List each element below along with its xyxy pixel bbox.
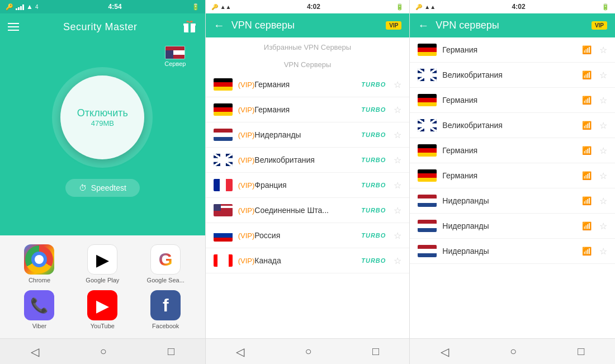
flag-france-1: [214, 179, 233, 191]
disconnect-button[interactable]: Отключить 479MB: [60, 75, 144, 159]
viber-icon-container: 📞: [24, 290, 54, 320]
star-icon-1[interactable]: ☆: [394, 79, 401, 90]
recents-nav-button-1[interactable]: □: [157, 341, 186, 362]
vpn-list-3[interactable]: Германия 📶 ☆ Великобритания 📶 ☆ Германия…: [410, 37, 615, 338]
flag-gb-2: [418, 119, 437, 131]
turbo-badge-4: TURBO: [361, 157, 386, 163]
p3-country-6: Германия: [442, 171, 576, 180]
home-nav-button-2[interactable]: ○: [294, 341, 323, 362]
flag-uk-h: [214, 158, 233, 162]
home-nav-button-1[interactable]: ○: [89, 341, 118, 362]
app-item-facebook[interactable]: f Facebook: [138, 290, 194, 329]
back-nav-button-1[interactable]: ◁: [20, 341, 50, 363]
app-item-viber[interactable]: 📞 Viber: [11, 290, 68, 329]
favorites-header: Избранные VPN Серверы: [206, 37, 410, 55]
list-item[interactable]: Германия 📶 ☆: [410, 163, 615, 188]
vip-badge-3: VIP: [592, 21, 607, 30]
star-p3-1[interactable]: ☆: [599, 45, 607, 55]
star-p3-3[interactable]: ☆: [599, 95, 607, 106]
menu-button[interactable]: [8, 23, 19, 31]
star-p3-9[interactable]: ☆: [599, 246, 607, 257]
list-item[interactable]: (VIP)Россия TURBO ☆: [206, 223, 410, 248]
star-icon-3[interactable]: ☆: [394, 130, 401, 140]
country-name-7: (VIP)Россия: [238, 231, 356, 240]
status-bar-3: 🔑 ▲▲ 4:02 🔋: [410, 0, 615, 13]
list-item[interactable]: Нидерланды 📶 ☆: [410, 214, 615, 239]
chrome-icon: [25, 245, 53, 273]
gplay-label: Google Play: [86, 277, 119, 283]
list-item[interactable]: (VIP)Германия TURBO ☆: [206, 97, 410, 122]
list-item[interactable]: (VIP)Франция TURBO ☆: [206, 173, 410, 198]
key-icon-2: 🔑: [211, 4, 218, 10]
country-name-5: (VIP)Франция: [238, 181, 356, 190]
star-icon-7[interactable]: ☆: [394, 230, 401, 241]
list-item[interactable]: Нидерланды 📶 ☆: [410, 239, 615, 264]
flag-germany-2: [214, 103, 233, 116]
vpn-list-2[interactable]: (VIP)Германия TURBO ☆ (VIP)Германия TURB…: [206, 72, 410, 338]
star-icon-6[interactable]: ☆: [394, 205, 401, 216]
country-name-4: (VIP)Великобритания: [238, 155, 356, 164]
key-icon: 🔑: [6, 3, 13, 11]
list-item[interactable]: (VIP)Канада TURBO ☆: [206, 248, 410, 273]
hamburger-line: [8, 26, 19, 27]
status-time-3: 4:02: [512, 3, 526, 11]
server-badge[interactable]: Сервер: [164, 46, 186, 67]
star-icon-5[interactable]: ☆: [394, 180, 401, 191]
flag-de-4: [418, 169, 437, 182]
list-item[interactable]: Германия 📶 ☆: [410, 138, 615, 163]
list-item[interactable]: Нидерланды 📶 ☆: [410, 188, 615, 214]
list-item[interactable]: Германия 📶 ☆: [410, 37, 615, 63]
star-icon-4[interactable]: ☆: [394, 155, 401, 166]
key-icon-3: 🔑: [415, 4, 422, 10]
star-p3-8[interactable]: ☆: [599, 221, 607, 231]
svg-rect-3: [188, 22, 191, 23]
status-right-2: 🔋: [396, 3, 404, 11]
status-left-3: 🔑 ▲▲: [415, 4, 436, 10]
turbo-badge-6: TURBO: [361, 207, 386, 214]
flag-russia-1: [214, 229, 233, 242]
turbo-badge-8: TURBO: [361, 257, 386, 264]
app-item-youtube[interactable]: ▶ YouTube: [74, 290, 131, 329]
star-p3-4[interactable]: ☆: [599, 120, 607, 131]
bottom-nav-2: ◁ ○ □: [206, 338, 410, 364]
star-icon-2[interactable]: ☆: [394, 105, 401, 115]
star-p3-2[interactable]: ☆: [599, 70, 607, 81]
speedtest-button[interactable]: ⏱ Speedtest: [65, 179, 140, 197]
star-p3-5[interactable]: ☆: [599, 145, 607, 156]
status-right-1: 🔋: [192, 3, 200, 11]
list-item[interactable]: (VIP)Германия TURBO ☆: [206, 72, 410, 97]
p1-header: Security Master: [0, 13, 205, 40]
star-icon-8[interactable]: ☆: [394, 256, 401, 266]
list-item[interactable]: Великобритания 📶 ☆: [410, 113, 615, 138]
signal-icon-7: 📶: [582, 196, 592, 205]
signal-bar: [22, 4, 24, 10]
gplay-icon-container: ▶: [87, 244, 117, 275]
status-time-2: 4:02: [307, 3, 320, 11]
list-item[interactable]: Великобритания 📶 ☆: [410, 63, 615, 88]
status-time-1: 4:54: [108, 3, 122, 11]
back-button-2[interactable]: ←: [214, 19, 225, 32]
app-item-gsearch[interactable]: G Google Sea...: [138, 244, 194, 283]
wifi-signal-3: ▲▲: [424, 4, 436, 10]
list-item[interactable]: (VIP)Нидерланды TURBO ☆: [206, 122, 410, 148]
back-button-3[interactable]: ←: [418, 19, 429, 32]
p3-country-1: Германия: [442, 45, 576, 54]
country-name-1: (VIP)Германия: [238, 80, 356, 89]
p1-content: Сервер Отключить 479MB ⏱ Speedtest: [0, 40, 205, 235]
viber-icon: 📞: [30, 297, 48, 314]
list-item[interactable]: (VIP)Великобритания TURBO ☆: [206, 148, 410, 173]
star-p3-6[interactable]: ☆: [599, 171, 607, 181]
star-p3-7[interactable]: ☆: [599, 196, 607, 206]
signal-icon-2: 📶: [582, 70, 592, 79]
list-item[interactable]: Германия 📶 ☆: [410, 88, 615, 113]
back-nav-button-3[interactable]: ◁: [429, 341, 460, 363]
back-nav-button-2[interactable]: ◁: [225, 341, 256, 363]
gsearch-icon: G: [159, 249, 173, 270]
recents-nav-button-2[interactable]: □: [361, 341, 390, 362]
gift-button[interactable]: [182, 18, 197, 36]
recents-nav-button-3[interactable]: □: [566, 341, 595, 362]
home-nav-button-3[interactable]: ○: [499, 341, 528, 362]
app-item-gplay[interactable]: ▶ Google Play: [74, 244, 131, 283]
list-item[interactable]: (VIP)Соединенные Шта... TURBO ☆: [206, 198, 410, 223]
app-item-chrome[interactable]: Chrome: [11, 244, 68, 283]
